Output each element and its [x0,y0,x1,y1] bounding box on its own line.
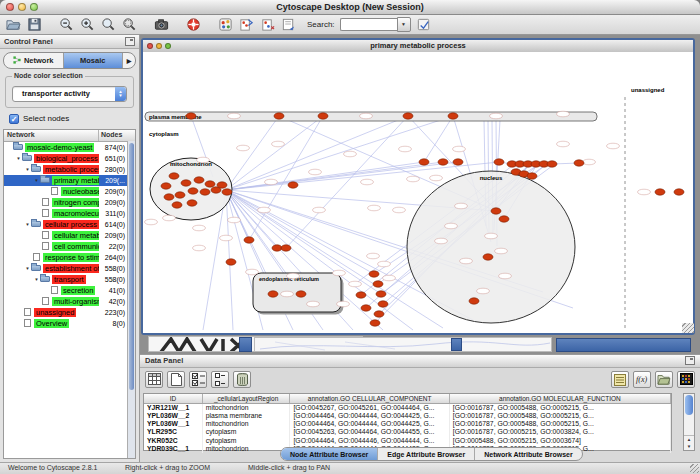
zoom-in-icon[interactable] [79,16,95,32]
resize-grip[interactable] [690,464,699,473]
expander-icon[interactable]: ▼ [24,167,31,172]
background-window[interactable] [254,337,552,352]
network-node[interactable] [356,292,366,298]
network-node[interactable] [181,180,191,186]
snapshot-icon[interactable] [153,16,169,32]
tree-scrollbar[interactable] [127,141,135,458]
zoom-window-icon[interactable] [30,3,38,11]
network-node[interactable] [574,160,584,166]
delete-attributes-icon[interactable] [189,371,207,388]
network-node[interactable] [200,189,210,195]
expander-icon[interactable]: ▼ [24,222,31,227]
network-node[interactable] [376,291,386,297]
search-input[interactable] [340,18,397,31]
edit-attributes-icon[interactable] [280,16,296,32]
table-row[interactable]: YPL036W__2plasma membrane[GO:0044464, GO… [144,412,671,420]
column-header[interactable]: annotation.GO MOLECULAR_FUNCTION [450,394,671,403]
network-node[interactable] [205,181,215,187]
zoom-window-icon[interactable] [165,43,171,49]
expander-icon[interactable]: ▼ [33,277,40,282]
table-row[interactable]: YKR052Ccytoplasm[GO:0044464, GO:0044446,… [144,437,671,445]
network-node[interactable] [547,161,557,167]
vizmapper-icon[interactable] [217,16,233,32]
tree-row[interactable]: cell communicat22(0) [4,241,135,252]
tree-scrollbar-thumb[interactable] [129,143,134,390]
network-node[interactable] [448,113,458,119]
float-panel-icon[interactable] [685,356,695,365]
tree-row[interactable]: unassigned223(0) [4,307,135,318]
column-header[interactable]: _cellularLayoutRegion [203,394,291,403]
network-node[interactable] [674,189,684,195]
zoom-selected-icon[interactable] [121,16,137,32]
zoom-fit-icon[interactable] [100,16,116,32]
tree-row[interactable]: mosaic-demo-yeast874(0) [4,142,135,153]
network-node[interactable] [369,271,379,277]
select-rows-icon[interactable] [211,371,229,388]
expander-icon[interactable]: ▼ [33,178,40,183]
tree-row[interactable]: response to stimul264(0) [4,252,135,263]
tree-row[interactable]: multi-organism pro42(0) [4,296,135,307]
select-attributes-icon[interactable] [145,371,163,388]
network-node[interactable] [374,311,384,317]
network-node[interactable] [378,301,388,307]
help-icon[interactable] [185,16,201,32]
network-view-window[interactable]: primary metabolic process plasma membran… [141,38,695,335]
network-node[interactable] [483,254,493,260]
tree-row[interactable]: ▼establishment of lo558(0) [4,263,135,274]
search-dropdown-icon[interactable]: ▼ [397,17,411,32]
select-nodes-checkbox[interactable]: ✓ [9,114,19,124]
expander-icon[interactable]: ▼ [15,156,22,161]
network-node[interactable] [161,183,171,189]
network-node[interactable] [373,281,383,287]
network-node[interactable] [370,320,380,326]
network-node[interactable] [288,182,298,188]
close-icon[interactable] [147,43,153,49]
new-attribute-icon[interactable] [167,371,185,388]
window-resize-grip[interactable] [682,323,694,333]
float-panel-icon[interactable] [125,37,135,46]
network-node[interactable] [194,177,204,183]
table-scrollbar[interactable]: ▲▼ [683,393,695,451]
network-node[interactable] [318,113,328,119]
heatmap-icon[interactable] [677,371,695,388]
function-icon[interactable]: f(x) [633,371,651,388]
tree-row[interactable]: nucleobase-209(0) [4,186,135,197]
trash-icon[interactable] [233,371,251,388]
network-edge[interactable] [226,116,323,190]
background-window[interactable] [556,338,691,352]
table-scrollbar-thumb[interactable] [685,395,693,415]
network-node[interactable] [244,237,254,243]
tree-row[interactable]: ▼cellular process614(0) [4,219,135,230]
network-edge[interactable] [226,190,374,274]
network-node[interactable] [186,113,196,119]
network-node[interactable] [494,159,504,165]
network-node[interactable] [281,245,291,251]
network-node[interactable] [272,245,282,251]
table-row[interactable]: YLR295Ccytoplasm[GO:0045263, GO:0044464,… [144,428,671,436]
configure-search-icon[interactable] [416,16,432,32]
tab-overflow-icon[interactable]: ▶ [123,53,135,68]
background-window[interactable] [451,338,462,351]
tree-column-network[interactable]: Network [4,130,99,141]
network-node[interactable] [217,182,227,188]
network-node[interactable] [268,291,278,297]
network-node[interactable] [403,113,413,119]
network-node[interactable] [361,305,371,311]
notepad-icon[interactable] [611,371,629,388]
tree-row[interactable]: ▼metabolic process280(0) [4,164,135,175]
import-table-icon[interactable] [655,371,673,388]
column-header[interactable]: annotation.GO CELLULAR_COMPONENT [290,394,449,403]
tree-row[interactable]: ▼primary metabo209(... [4,175,135,186]
background-window[interactable] [239,337,252,352]
network-node[interactable] [164,194,174,200]
network-node[interactable] [175,192,185,198]
tree-row[interactable]: nitrogen compo209(0) [4,197,135,208]
network-node[interactable] [222,189,232,195]
tree-row[interactable]: secretion41(0) [4,285,135,296]
table-scrollbar-arrows[interactable]: ▲▼ [684,435,694,450]
close-icon[interactable] [6,3,14,11]
tab-node-attribute-browser[interactable]: Node Attribute Browser [281,448,378,460]
network-edge[interactable] [424,116,453,162]
save-session-icon[interactable] [26,16,42,32]
network-node[interactable] [491,208,501,214]
